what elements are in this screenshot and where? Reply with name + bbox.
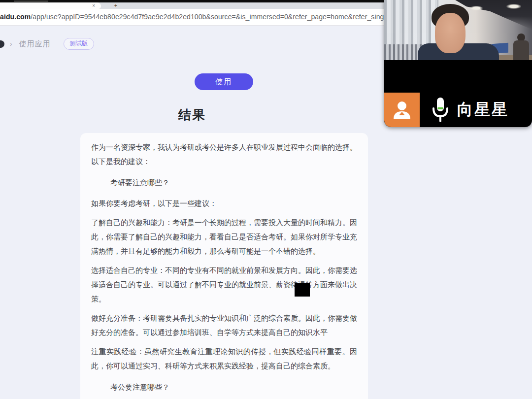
video-call-overlay[interactable]: 向星星 — [384, 0, 532, 127]
result-paragraph: 注重实践经验：虽然研究生教育注重理论知识的传授，但实践经验同样重要。因此，你可以… — [91, 344, 357, 373]
browser-tab[interactable]: × — [0, 2, 101, 9]
redaction-block — [295, 283, 310, 297]
chevron-right-icon: › — [10, 40, 12, 48]
result-paragraph: 如果你要考虑考研，以下是一些建议： — [91, 196, 357, 210]
person-icon — [391, 99, 413, 121]
webcam-video — [384, 0, 532, 60]
new-tab-icon[interactable]: + — [112, 2, 119, 9]
breadcrumb-label[interactable]: 使用应用 — [19, 39, 51, 49]
participant-name-row: 向星星 — [384, 93, 532, 127]
result-subheading: 考公要注意哪些？ — [91, 380, 357, 394]
result-paragraph: 选择适合自己的专业：不同的专业有不同的就业前景和发展方向。因此，你需要选择适合自… — [91, 263, 357, 306]
tab-close-icon[interactable]: × — [92, 2, 95, 9]
url-path: /app/use?appID=9544eb80e29c4d7f9ae9e2d4b… — [31, 13, 397, 21]
mic-icon — [430, 96, 451, 124]
result-paragraph: 做好充分准备：考研需要具备扎实的专业知识和广泛的综合素质。因此，你需要做好充分的… — [91, 311, 357, 339]
result-card: 作为一名资深专家，我认为考研或考公是许多人在职业发展过程中会面临的选择。以下是我… — [80, 133, 368, 399]
avatar — [384, 93, 420, 127]
result-paragraph: 作为一名资深专家，我认为考研或考公是许多人在职业发展过程中会面临的选择。以下是我… — [91, 140, 357, 168]
result-paragraph: 了解自己的兴趣和能力：考研是一个长期的过程，需要投入大量的时间和精力。因此，你需… — [91, 215, 357, 258]
video-bg-lamp — [506, 4, 521, 9]
beta-badge: 测试版 — [64, 38, 94, 50]
use-button[interactable]: 使用 — [195, 73, 253, 90]
titlebar-text-fragment — [14, 0, 48, 2]
breadcrumb: › 使用应用 测试版 — [0, 37, 94, 50]
video-bg-lamp — [470, 6, 483, 10]
video-speaker-face — [435, 13, 466, 53]
result-heading: 结果 — [0, 106, 384, 124]
participant-name: 向星星 — [457, 99, 509, 121]
video-bg-person-body — [513, 40, 529, 60]
result-subheading: 考研要注意哪些？ — [91, 175, 357, 190]
url-host: aidu.com — [0, 13, 31, 21]
app-logo-icon — [0, 40, 4, 48]
